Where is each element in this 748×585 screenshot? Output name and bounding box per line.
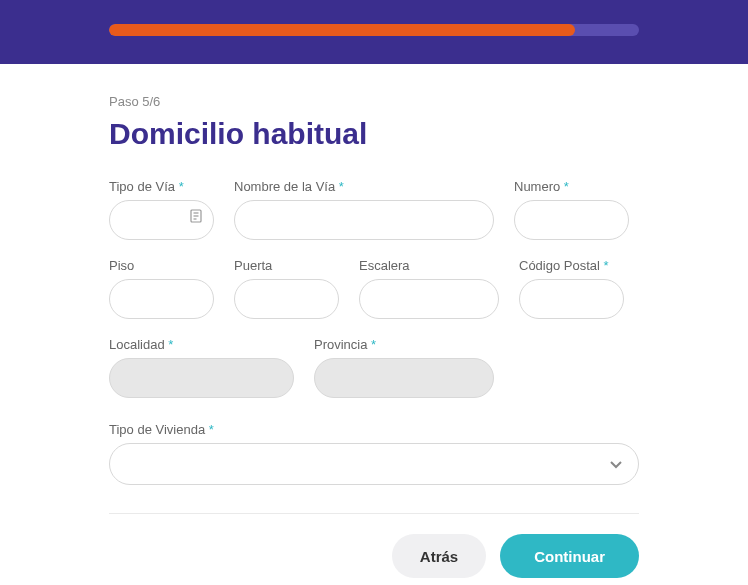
field-tipo-via: Tipo de Vía *: [109, 179, 214, 240]
field-escalera: Escalera: [359, 258, 499, 319]
input-provincia: [314, 358, 494, 398]
select-tipo-vivienda[interactable]: [109, 443, 639, 485]
field-localidad: Localidad *: [109, 337, 294, 398]
page-title: Domicilio habitual: [109, 117, 639, 151]
input-piso[interactable]: [109, 279, 214, 319]
field-tipo-vivienda: Tipo de Vivienda *: [109, 422, 639, 485]
contacts-icon: [190, 209, 202, 223]
label-numero: Numero *: [514, 179, 629, 194]
field-provincia: Provincia *: [314, 337, 494, 398]
input-escalera[interactable]: [359, 279, 499, 319]
form-container: Paso 5/6 Domicilio habitual Tipo de Vía …: [109, 64, 639, 585]
progress-fill: [109, 24, 575, 36]
label-tipo-via: Tipo de Vía *: [109, 179, 214, 194]
label-provincia: Provincia *: [314, 337, 494, 352]
chevron-down-icon: [609, 457, 623, 471]
label-escalera: Escalera: [359, 258, 499, 273]
input-puerta[interactable]: [234, 279, 339, 319]
form-grid: Tipo de Vía * Nombre de la Vía * Numero …: [109, 179, 639, 485]
back-button[interactable]: Atrás: [392, 534, 486, 578]
field-nombre-via: Nombre de la Vía *: [234, 179, 494, 240]
input-codigo-postal[interactable]: [519, 279, 624, 319]
continue-button[interactable]: Continuar: [500, 534, 639, 578]
label-tipo-vivienda: Tipo de Vivienda *: [109, 422, 639, 437]
input-localidad: [109, 358, 294, 398]
label-nombre-via: Nombre de la Vía *: [234, 179, 494, 194]
divider: [109, 513, 639, 514]
field-puerta: Puerta: [234, 258, 339, 319]
actions: Atrás Continuar: [109, 534, 639, 578]
label-codigo-postal: Código Postal *: [519, 258, 624, 273]
header: [0, 0, 748, 64]
progress-bar: [109, 24, 639, 36]
label-puerta: Puerta: [234, 258, 339, 273]
field-piso: Piso: [109, 258, 214, 319]
field-numero: Numero *: [514, 179, 629, 240]
label-piso: Piso: [109, 258, 214, 273]
input-nombre-via[interactable]: [234, 200, 494, 240]
input-numero[interactable]: [514, 200, 629, 240]
step-label: Paso 5/6: [109, 94, 639, 109]
label-localidad: Localidad *: [109, 337, 294, 352]
field-codigo-postal: Código Postal *: [519, 258, 624, 319]
